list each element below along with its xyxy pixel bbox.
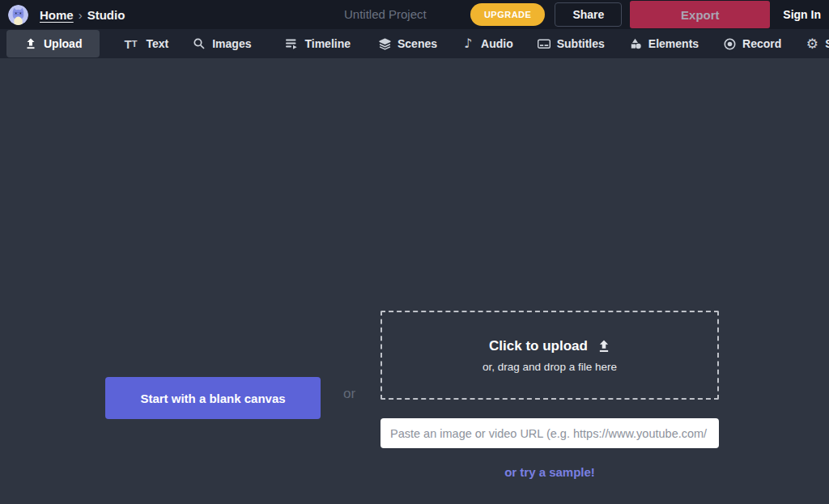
search-icon (193, 37, 206, 50)
music-note-icon: ♪ (461, 37, 474, 50)
tab-label: Settings (825, 37, 829, 50)
text-icon: TT (121, 37, 139, 50)
tab-label: Subtitles (557, 37, 605, 50)
tab-scenes[interactable]: Scenes (378, 37, 437, 50)
tab-images[interactable]: Images (193, 37, 251, 50)
kapwing-cat-logo[interactable] (8, 5, 28, 25)
tab-settings[interactable]: ⚙ Settings (806, 37, 829, 50)
click-to-upload-dropzone[interactable]: Click to upload or, drag and drop a file… (380, 311, 719, 400)
tab-text[interactable]: TT Text (121, 37, 168, 50)
project-title[interactable]: Untitled Project (344, 0, 427, 29)
upload-icon (597, 340, 610, 353)
upload-box-title: Click to upload (489, 338, 588, 354)
tab-upload[interactable]: Upload (6, 30, 100, 57)
app-header: Home › Studio Untitled Project UPGRADE S… (0, 0, 829, 29)
breadcrumb-home-link[interactable]: Home (40, 8, 74, 22)
tab-audio[interactable]: ♪ Audio (461, 37, 513, 50)
breadcrumb: Home › Studio (40, 8, 125, 22)
tab-label: Images (212, 37, 251, 50)
shapes-icon (629, 37, 642, 50)
record-icon (723, 37, 736, 50)
tab-label: Timeline (304, 37, 351, 50)
sign-in-link[interactable]: Sign In (783, 8, 821, 21)
start-blank-canvas-button[interactable]: Start with a blank canvas (105, 377, 321, 419)
tab-subtitles[interactable]: Subtitles (538, 37, 605, 50)
upgrade-button[interactable]: UPGRADE (470, 3, 546, 26)
upload-icon (24, 37, 37, 50)
tab-timeline[interactable]: Timeline (285, 37, 351, 50)
tab-label: Record (742, 37, 781, 50)
timeline-icon (285, 37, 298, 50)
share-button[interactable]: Share (555, 2, 622, 27)
tab-label: Text (146, 37, 168, 50)
header-actions: UPGRADE Share Export Sign In (470, 1, 821, 28)
gear-icon: ⚙ (806, 37, 818, 50)
tab-label: Scenes (397, 37, 437, 50)
toolbar: Upload TT Text Images Timeline (0, 29, 829, 58)
try-sample-link[interactable]: or try a sample! (380, 465, 719, 479)
export-button[interactable]: Export (630, 1, 770, 28)
tab-label: Elements (648, 37, 699, 50)
or-divider-label: or (343, 386, 355, 402)
tab-label: Audio (481, 37, 513, 50)
breadcrumb-separator: › (79, 8, 83, 22)
studio-canvas-area: Start with a blank canvas or Click to up… (0, 58, 829, 504)
cat-avatar-icon (8, 5, 28, 25)
upload-box-subtitle: or, drag and drop a file here (483, 361, 617, 373)
tab-label: Upload (44, 37, 82, 50)
tab-record[interactable]: Record (723, 37, 781, 50)
paste-url-input[interactable] (380, 418, 719, 448)
tab-elements[interactable]: Elements (629, 37, 699, 50)
breadcrumb-current: Studio (87, 8, 125, 22)
layers-icon (378, 37, 391, 50)
captions-icon (538, 37, 551, 50)
